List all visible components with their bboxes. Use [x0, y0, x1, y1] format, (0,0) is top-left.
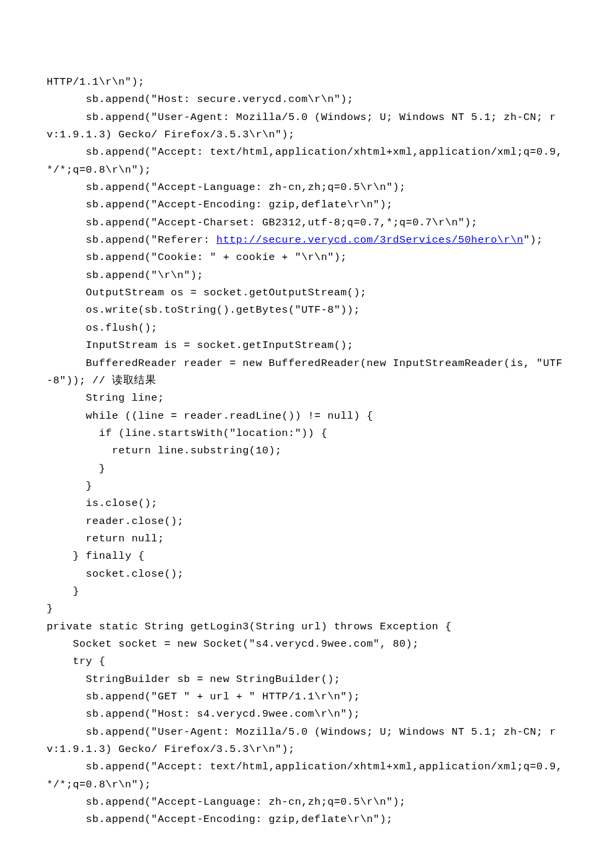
code-line: OutputStream os = socket.getOutputStream… — [47, 284, 566, 301]
code-line: } — [47, 477, 566, 495]
code-line: StringBuilder sb = new StringBuilder(); — [47, 671, 566, 688]
code-line: sb.append("Accept: text/html,application… — [47, 143, 566, 179]
url-link[interactable]: http://secure.verycd.com/3rdServices/50h… — [217, 234, 524, 246]
code-line: InputStream is = socket.getInputStream()… — [47, 337, 566, 354]
code-line: sb.append("GET " + url + " HTTP/1.1\r\n"… — [47, 688, 566, 705]
code-line: sb.append("Cookie: " + cookie + "\r\n"); — [47, 249, 566, 266]
document-page: HTTP/1.1\r\n"); sb.append("Host: secure.… — [0, 0, 613, 868]
code-line: os.write(sb.toString().getBytes("UTF-8")… — [47, 301, 566, 319]
code-line: } — [47, 583, 566, 600]
code-line: Socket socket = new Socket("s4.verycd.9w… — [47, 635, 566, 653]
code-line: try { — [47, 653, 566, 670]
code-line: sb.append("Accept: text/html,application… — [47, 758, 566, 793]
code-text: "); — [524, 234, 543, 246]
code-line: os.flush(); — [47, 319, 566, 337]
code-line: BufferedReader reader = new BufferedRead… — [47, 355, 566, 390]
code-line: sb.append("Accept-Encoding: gzip,deflate… — [47, 811, 566, 828]
code-line: reader.close(); — [47, 513, 566, 530]
code-line: socket.close(); — [47, 565, 566, 583]
code-line: sb.append("User-Agent: Mozilla/5.0 (Wind… — [47, 723, 566, 759]
code-line: } — [47, 460, 566, 477]
code-line: } — [47, 600, 566, 617]
code-line: sb.append("Accept-Language: zh-cn,zh;q=0… — [47, 793, 566, 811]
code-line: return line.substring(10); — [47, 442, 566, 459]
code-block: HTTP/1.1\r\n"); sb.append("Host: secure.… — [47, 73, 566, 829]
code-line: if (line.startsWith("location:")) { — [47, 425, 566, 442]
code-line: HTTP/1.1\r\n"); — [47, 73, 566, 91]
code-line: return null; — [47, 530, 566, 547]
code-line: sb.append("Accept-Language: zh-cn,zh;q=0… — [47, 179, 566, 196]
code-line: sb.append("\r\n"); — [47, 267, 566, 284]
code-line: while ((line = reader.readLine()) != nul… — [47, 407, 566, 425]
code-line: } finally { — [47, 547, 566, 565]
code-line: sb.append("Accept-Encoding: gzip,deflate… — [47, 196, 566, 213]
code-line: sb.append("Referer: http://secure.verycd… — [47, 231, 566, 249]
code-line: private static String getLogin3(String u… — [47, 618, 566, 635]
code-line: is.close(); — [47, 495, 566, 512]
code-line: sb.append("Host: secure.verycd.com\r\n")… — [47, 91, 566, 108]
code-line: sb.append("Host: s4.verycd.9wee.com\r\n"… — [47, 705, 566, 723]
code-line: String line; — [47, 389, 566, 407]
code-line: sb.append("User-Agent: Mozilla/5.0 (Wind… — [47, 109, 566, 144]
code-text: sb.append("Referer: — [47, 234, 217, 246]
code-line: sb.append("Accept-Charset: GB2312,utf-8;… — [47, 214, 566, 231]
